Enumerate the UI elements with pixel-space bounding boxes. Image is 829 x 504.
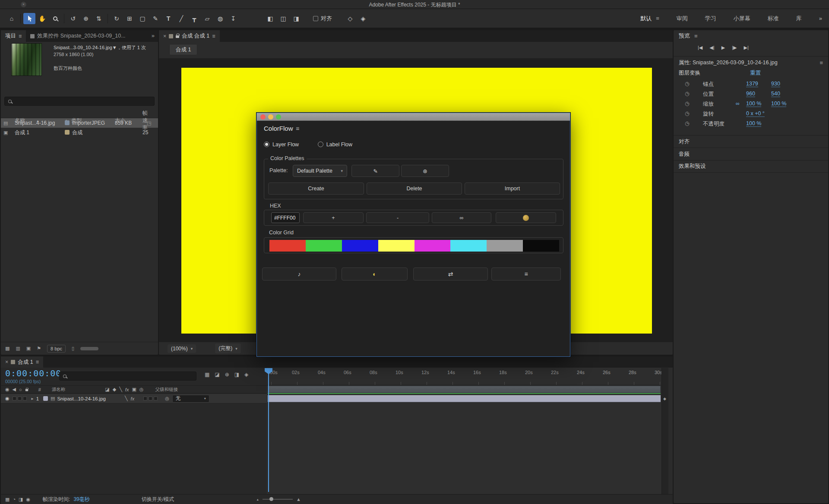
align-right-button[interactable]: ◨ [290,13,302,24]
table-row[interactable]: ▣ 合成 1 合成 25 [1,128,158,137]
panel-menu-icon[interactable]: ≡ [36,359,39,365]
timeline-search-input[interactable] [69,373,193,379]
dialog-minimize-icon[interactable] [268,114,273,120]
panel-menu-icon[interactable]: ≡ [694,33,698,39]
create-palette-button[interactable]: Create [268,183,364,195]
list-options-button[interactable]: ≡ [491,268,561,280]
layer-eye-icon[interactable]: ◉ [5,396,9,401]
new-composition-icon[interactable]: ▣ [26,346,31,351]
pen-tool[interactable]: ✎ [149,13,161,24]
layer-switch-toggle[interactable] [143,397,147,400]
tab-project[interactable]: 项目 ≡ [1,30,26,42]
panel-menu-icon[interactable]: ≡ [19,33,22,39]
collapse-switch-icon[interactable]: ◆ [113,387,116,392]
workspace-review[interactable]: 审阅 [677,15,688,22]
properties-header[interactable]: 属性: Snipaste_2026-03-09_10-24-16.jpg ≡ [674,57,828,68]
panel-menu-icon[interactable]: ≡ [820,60,823,66]
zoom-tool[interactable] [49,13,61,24]
tab-effect-controls[interactable]: 效果控件 Snipaste_2026-03-09_10... [26,30,130,42]
parent-dropdown[interactable]: 无 ▾ [172,395,209,403]
color-swatch[interactable] [450,240,487,252]
footage-name[interactable]: Snipast...3-09_10-24-16.jpg▼，使用了 1 次 [54,44,154,51]
comp-marker-icon[interactable]: ◆ [663,397,666,401]
mini-flowchart-icon[interactable]: ▦ [205,372,209,378]
workspace-overflow-icon[interactable]: » [819,15,822,22]
opacity-value[interactable]: 100 % [746,120,761,127]
color-swatch[interactable] [269,240,306,252]
layer-switch-toggle[interactable] [149,397,152,400]
pan-behind-tool[interactable]: ⊞ [123,13,136,24]
shy-switch-icon[interactable]: ◪ [105,387,109,392]
snap-checkbox[interactable] [313,16,318,21]
work-area-bar[interactable] [268,386,661,393]
layer-audio-toggle[interactable] [13,397,16,400]
palette-settings-button[interactable]: ⊛ [401,165,449,177]
zoom-in-mountain-icon[interactable]: ▲ [296,497,301,502]
eye-column-icon[interactable]: ◉ [5,387,9,392]
frame-blending-icon[interactable]: ◨ [234,372,239,378]
selection-tool[interactable] [23,13,35,24]
section-align[interactable]: 对齐 [674,135,828,148]
workspace-menu-icon[interactable]: ≡ [656,15,659,22]
first-frame-button[interactable]: |◀ [698,45,702,50]
quality-switch-icon[interactable]: ╲ [119,387,122,392]
dialog-titlebar[interactable] [257,113,570,121]
toggle-switches-modes[interactable]: 切换开关/模式 [142,496,174,503]
section-effects-presets[interactable]: 效果和预设 [674,160,828,173]
import-palette-button[interactable]: Import [465,183,560,195]
hex-loop-button[interactable]: ∞ [432,212,491,223]
label-color-chip[interactable] [65,120,70,125]
section-audio[interactable]: 音频 [674,148,828,160]
tab-composition[interactable]: × 合成 合成 1 ≡ [159,30,220,42]
current-time-display[interactable]: 0:00:00:00 00000 (25.00 fps) [5,368,61,384]
zoom-out-mountain-icon[interactable]: ▲ [256,498,259,501]
draft-3d-icon[interactable]: ◪ [215,372,219,378]
shy-layers-icon[interactable]: ⊕ [225,372,229,378]
pickwhip-icon[interactable]: ◎ [165,396,169,401]
motion-blur-icon[interactable]: ◈ [244,372,248,378]
eraser-tool[interactable]: ▱ [201,13,213,24]
label-color-chip[interactable] [65,130,70,135]
fx-switch-icon[interactable]: fx [125,387,129,392]
contrast-flow-button[interactable]: ◐ [342,268,408,280]
anchor-x-value[interactable]: 1379 [746,81,758,87]
layer-quality-icon[interactable]: ╲ [125,396,128,401]
type-tool[interactable]: T [162,13,174,24]
project-search-input[interactable] [14,98,151,104]
link-icon[interactable]: ∞ [736,101,740,107]
home-button[interactable]: ⌂ [6,13,18,24]
palette-dropdown[interactable]: Default Palette ▾ [293,165,347,177]
previous-frame-button[interactable]: ◀| [709,45,714,50]
tab-timeline-comp[interactable]: × 合成 1 ≡ [1,356,43,368]
zoom-dropdown[interactable]: (100%) ▾ [168,344,196,353]
tab-close-icon[interactable]: × [163,33,166,39]
snap-option-a-icon[interactable]: ◇ [344,13,356,24]
time-ruler[interactable]: :00s 02s 04s 06s 08s 10s 12s 14s 16s 18s… [267,368,661,385]
reset-link[interactable]: 重置 [750,69,761,77]
comp-flowchart-button[interactable]: 合成 1 [169,44,197,55]
next-frame-button[interactable]: |▶ [732,45,737,50]
anchor-y-value[interactable]: 930 [771,81,780,87]
gpu-status-icon[interactable]: ◉ [26,497,30,502]
frame-blend-switch-icon[interactable]: ▣ [132,387,136,392]
position-y-value[interactable]: 540 [771,91,780,97]
layer-label-chip[interactable] [43,396,48,401]
rotation-value[interactable]: 0 x +0 ° [746,110,765,117]
layer-source-name[interactable]: Snipast...10-24-16.jpg [57,396,106,401]
resolution-dropdown[interactable]: (完整) ▾ [215,343,241,353]
workspace-small-screen[interactable]: 小屏幕 [734,15,750,22]
color-swatch[interactable] [414,240,451,252]
preview-header[interactable]: 预览 ≡ [674,30,828,41]
snap-option-b-icon[interactable]: ◈ [357,13,369,24]
color-swatch[interactable] [487,240,523,252]
motion-blur-switch-icon[interactable]: ◎ [139,387,144,392]
current-time-indicator-line[interactable] [268,371,269,492]
stopwatch-icon[interactable]: ◷ [685,101,689,107]
hex-add-button[interactable]: + [303,212,364,223]
pan-camera-tool[interactable]: ⊕ [80,13,92,24]
roto-brush-tool[interactable]: ◍ [214,13,226,24]
zoom-slider-track[interactable] [263,499,293,500]
layer-solo-toggle[interactable] [18,397,22,400]
trash-icon[interactable]: ▯ [72,346,74,351]
workspace-standard[interactable]: 标准 [768,15,779,22]
